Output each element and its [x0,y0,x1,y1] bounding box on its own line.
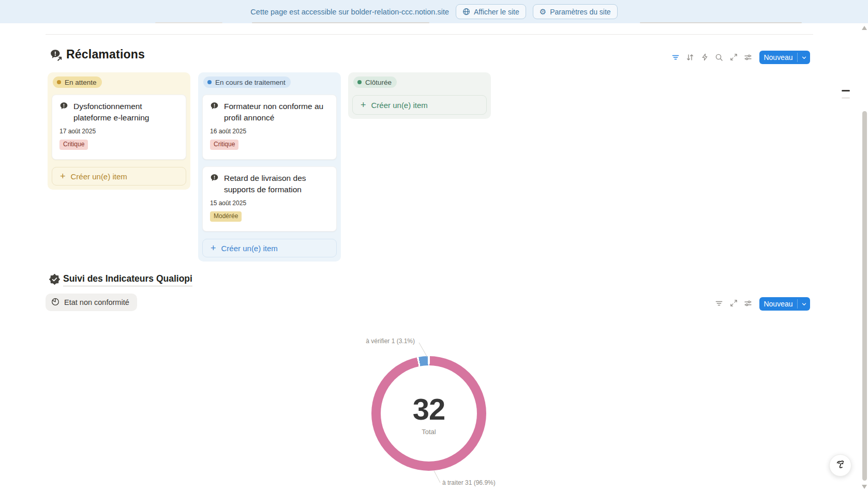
expand-icon [730,299,738,309]
status-dot [57,80,61,84]
status-dot [357,80,362,84]
sort-icon [686,53,694,63]
view-settings-button[interactable] [742,52,754,64]
settings-sliders-icon [744,53,752,63]
qualiopi-toolbar [713,298,754,310]
board-toolbar [669,52,754,64]
card-title: Dysfonctionnement plateforme e-learning [73,101,178,123]
board-title: Réclamations [66,48,145,62]
gear-icon: ⚙ [540,8,546,16]
status-label: En cours de traitement [215,79,286,86]
board-column-cloturee: Clôturée + Créer un(e) item [348,72,491,119]
scrollbar-thumb[interactable] [862,111,867,481]
sort-button[interactable] [684,52,696,64]
verified-seal-icon [49,274,60,285]
outline-indicator[interactable] [842,90,850,99]
chevron-down-icon[interactable] [798,51,810,64]
board-card[interactable]: Dysfonctionnement plateforme e-learning … [52,95,186,160]
scrollbar-down-arrow[interactable] [862,485,867,489]
alert-bubble-icon [210,173,219,185]
plus-icon: + [211,243,216,253]
expand-button[interactable] [727,52,740,64]
plus-icon: + [361,100,366,110]
qualiopi-title-link[interactable]: Suivi des Indicateurs Qualiopi [63,273,192,286]
outline-dash [842,97,850,99]
search-button[interactable] [713,52,725,64]
notion-ai-face-icon [834,458,847,472]
status-label: Clôturée [365,79,392,86]
card-date: 15 août 2025 [210,199,329,207]
site-settings-label: Paramètres du site [550,8,611,16]
site-settings-button[interactable]: ⚙ Paramètres du site [533,4,618,19]
card-title: Retard de livraison des supports de form… [224,173,329,195]
public-site-banner: Cette page est accessible sur bolder-rel… [0,0,868,23]
banner-message: Cette page est accessible sur bolder-rel… [250,8,449,16]
view-site-label: Afficher le site [474,8,519,16]
globe-icon [462,8,470,16]
chevron-down-icon[interactable] [798,297,810,311]
alert-bubble-arrow-icon [50,49,63,62]
card-tag: Critique [59,140,88,150]
status-dot [207,80,212,84]
scrolled-content-edge [640,22,802,23]
filter-button[interactable] [669,52,682,64]
create-item-label: Créer un(e) item [371,101,428,110]
new-button-label[interactable]: Nouveau [759,297,797,311]
status-label: En attente [65,79,97,86]
filter-icon [715,299,723,309]
filter-button[interactable] [713,298,725,310]
alert-bubble-icon [59,101,68,113]
create-item-button[interactable]: + Créer un(e) item [52,167,186,186]
outline-dash [842,90,850,91]
plus-icon: + [60,172,66,181]
new-button-label[interactable]: Nouveau [759,51,797,64]
chart-label-a-verifier: à vérifier 1 (3.1%) [363,337,415,345]
card-tag: Critique [210,140,238,150]
filter-icon [671,53,680,63]
scrolled-content-edge [155,22,222,23]
status-pill-en-cours: En cours de traitement [203,76,291,88]
view-tab-label: Etat non conformité [64,298,129,306]
automation-button[interactable] [698,52,711,64]
expand-icon [730,53,738,63]
create-item-label: Créer un(e) item [71,172,127,181]
create-item-button[interactable]: + Créer un(e) item [352,95,487,115]
status-pill-en-attente: En attente [53,76,102,88]
pie-chart-icon [51,298,59,308]
board-card[interactable]: Retard de livraison des supports de form… [202,166,337,232]
settings-sliders-icon [744,299,752,309]
chart-leader-lines [362,333,507,488]
view-tab-etat-non-conformite[interactable]: Etat non conformité [46,294,137,311]
new-button[interactable]: Nouveau [759,297,810,311]
expand-button[interactable] [727,298,740,310]
view-settings-button[interactable] [742,298,754,310]
create-item-button[interactable]: + Créer un(e) item [202,239,337,257]
notion-public-page: Cette page est accessible sur bolder-rel… [0,0,868,492]
board-card[interactable]: Formateur non conforme au profil annoncé… [202,95,337,160]
search-icon [715,53,723,63]
alert-bubble-icon [210,101,219,113]
board-column-en-attente: En attente Dysfonctionnement plateforme … [48,72,190,190]
board-column-en-cours: En cours de traitement Formateur non con… [198,72,341,262]
card-title: Formateur non conforme au profil annoncé [224,101,329,123]
section-divider [46,34,813,35]
lightning-icon [701,53,709,63]
card-date: 16 août 2025 [210,128,329,135]
card-date: 17 août 2025 [59,128,178,135]
card-tag: Modérée [210,211,242,222]
status-pill-cloturee: Clôturée [353,76,397,88]
new-button[interactable]: Nouveau [759,51,810,64]
scrolled-content-edge [252,22,429,23]
create-item-label: Créer un(e) item [221,244,278,253]
view-site-button[interactable]: Afficher le site [456,4,526,19]
scrollbar-up-arrow[interactable] [862,26,867,30]
chart-label-a-traiter: à traiter 31 (96.9%) [442,479,496,486]
notion-ai-button[interactable] [829,454,851,476]
